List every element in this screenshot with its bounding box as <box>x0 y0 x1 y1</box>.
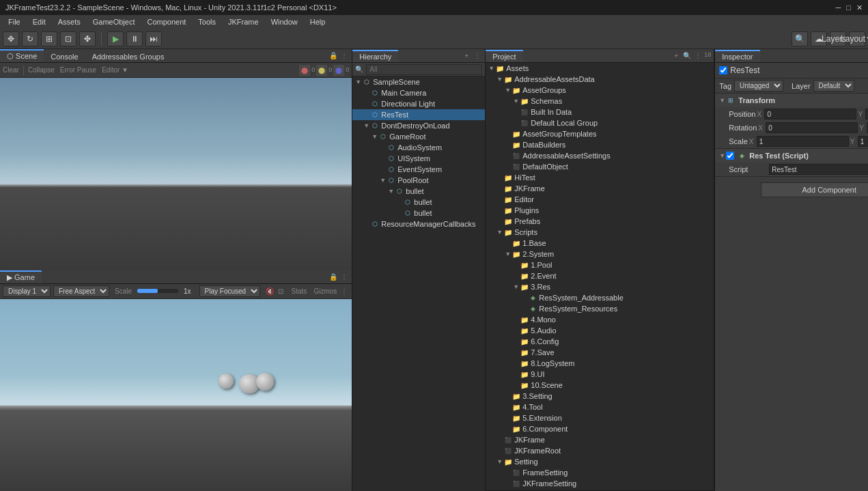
hierarchy-item-bullet3[interactable]: ⬡bullet <box>352 208 485 219</box>
project-item-setting3[interactable]: 📁3.Setting <box>486 391 714 402</box>
play-focused-select[interactable]: Play Focused <box>199 285 260 297</box>
tag-select[interactable]: Untagged <box>734 80 783 92</box>
hierarchy-item-eventSystem[interactable]: ⬡EventSystem <box>352 164 485 175</box>
pause-btn[interactable]: ⏸ <box>126 31 143 46</box>
layout-btn[interactable]: Layout ▼ <box>849 31 865 46</box>
restest-active-checkbox[interactable] <box>726 152 734 160</box>
project-item-defaultObject[interactable]: ⬛DefaultObject <box>486 161 714 172</box>
menu-tools[interactable]: Tools <box>193 16 221 27</box>
error-icon[interactable]: ⬤ <box>299 65 310 76</box>
project-item-editor[interactable]: 📁Editor <box>486 194 714 205</box>
object-active-checkbox[interactable] <box>719 66 727 74</box>
scale-y-input[interactable] <box>858 136 868 147</box>
scene-editor-label[interactable]: Editor ▼ <box>102 66 128 74</box>
project-item-assetGroups[interactable]: ▼📁AssetGroups <box>486 85 714 96</box>
scene-menu-btn[interactable]: ⋮ <box>339 51 349 61</box>
game-lock-btn[interactable]: 🔒 <box>328 272 338 281</box>
menu-help[interactable]: Help <box>305 16 331 27</box>
restest-header[interactable]: ▼ ◈ Res Test (Script) ? ⚙ ⋮ <box>715 149 868 163</box>
scene-view[interactable] <box>0 78 352 270</box>
move-tool-btn[interactable]: ✥ <box>3 31 19 46</box>
scene-lock-btn[interactable]: 🔒 <box>328 51 338 61</box>
project-item-tool4[interactable]: 📁4.Tool <box>486 402 714 412</box>
project-item-audio5[interactable]: 📁5.Audio <box>486 325 714 336</box>
project-item-builtInData[interactable]: ⬛Built In Data <box>486 107 714 117</box>
scale-tool-btn[interactable]: ⊞ <box>41 31 57 46</box>
close-btn[interactable]: ✕ <box>856 3 863 12</box>
hierarchy-item-gameRoot[interactable]: ▼⬡GameRoot <box>352 131 485 142</box>
project-item-jkframefolder[interactable]: ⬛JKFrame <box>486 434 714 445</box>
tab-hierarchy[interactable]: Hierarchy <box>352 50 398 62</box>
project-item-assets[interactable]: ▼📁Assets <box>486 63 714 74</box>
project-item-jkframeSetting[interactable]: ⬛JKFrameSetting <box>486 478 714 489</box>
project-menu-btn[interactable]: ⋮ <box>693 51 703 61</box>
tab-game[interactable]: ▶ Game <box>0 270 42 283</box>
menu-window[interactable]: Window <box>266 16 303 27</box>
project-item-scene10[interactable]: 📁10.Scene <box>486 380 714 391</box>
game-extra-btn[interactable]: ⋮ <box>339 286 349 296</box>
rot-x-input[interactable] <box>766 122 858 133</box>
hierarchy-item-poolRoot[interactable]: ▼⬡PoolRoot <box>352 175 485 186</box>
scale-x-input[interactable] <box>757 136 849 147</box>
tab-inspector[interactable]: Inspector <box>715 50 759 62</box>
mute-btn[interactable]: 🔇 <box>266 287 274 295</box>
rect-tool-btn[interactable]: ⊡ <box>60 31 76 46</box>
menu-assets[interactable]: Assets <box>53 16 86 27</box>
project-item-ui9[interactable]: 📁9.UI <box>486 369 714 380</box>
vr-btn[interactable]: ⊡ <box>277 287 285 295</box>
project-item-addressableAssetsData[interactable]: ▼📁AddressableAssetsData <box>486 74 714 85</box>
maximize-btn[interactable]: □ <box>846 3 851 12</box>
hierarchy-item-dontDestroyOnLoad[interactable]: ▼⬡DontDestroyOnLoad <box>352 120 485 131</box>
project-item-resSystemResources[interactable]: ◈ResSystem_Resources <box>486 303 714 314</box>
menu-component[interactable]: Component <box>141 16 191 27</box>
project-item-extension5[interactable]: 📁5.Extension <box>486 412 714 423</box>
project-search-btn[interactable]: 🔍 <box>682 51 692 61</box>
pos-y-input[interactable] <box>865 109 868 120</box>
info-icon[interactable]: ⬤ <box>333 65 344 76</box>
gizmos-btn[interactable]: Gizmos <box>313 287 337 295</box>
aspect-select[interactable]: Free Aspect <box>53 285 109 297</box>
tab-addressables[interactable]: Addressables Groups <box>85 50 171 62</box>
project-item-config6[interactable]: 📁6.Config <box>486 336 714 347</box>
hierarchy-item-directionalLight[interactable]: ⬡Directional Light <box>352 98 485 109</box>
step-btn[interactable]: ⏭ <box>145 31 162 46</box>
project-item-event[interactable]: 📁2.Event <box>486 270 714 281</box>
project-item-mono4[interactable]: 📁4.Mono <box>486 314 714 325</box>
project-item-component6[interactable]: 📁6.Component <box>486 423 714 434</box>
hierarchy-item-resourceManagerCallbacks[interactable]: ⬡ResourceManagerCallbacks <box>352 219 485 229</box>
project-item-jkframeRoot[interactable]: ⬛JKFrameRoot <box>486 445 714 456</box>
menu-gameobject[interactable]: GameObject <box>87 16 141 27</box>
hierarchy-item-audioSystem[interactable]: ⬡AudioSystem <box>352 142 485 153</box>
display-select[interactable]: Display 1 <box>3 285 51 297</box>
hierarchy-item-uiSystem[interactable]: ⬡UISystem <box>352 153 485 164</box>
project-item-res[interactable]: ▼📁3.Res <box>486 281 714 292</box>
menu-file[interactable]: File <box>3 16 26 27</box>
project-add-btn[interactable]: + <box>671 51 681 61</box>
project-item-scenes[interactable]: ▼📁Scenes <box>486 489 714 490</box>
project-item-plugins[interactable]: 📁Plugins <box>486 205 714 216</box>
project-item-resSystemAddressable[interactable]: ◈ResSystem_Addressable <box>486 292 714 303</box>
project-item-prefabs[interactable]: 📁Prefabs <box>486 216 714 227</box>
project-item-frameSetting[interactable]: ⬛FrameSetting <box>486 467 714 478</box>
tab-scene[interactable]: ⬡ Scene <box>0 49 44 62</box>
project-item-system2[interactable]: ▼📁2.System <box>486 249 714 259</box>
project-item-addressableAssetSettings[interactable]: ⬛AddressableAssetSettings <box>486 150 714 161</box>
hierarchy-search-input[interactable] <box>366 64 482 75</box>
tab-console[interactable]: Console <box>44 50 85 62</box>
script-value[interactable] <box>769 164 868 175</box>
add-component-button[interactable]: Add Component <box>761 182 868 197</box>
project-item-logSystem8[interactable]: 📁8.LogSystem <box>486 358 714 369</box>
project-item-base[interactable]: 📁1.Base <box>486 238 714 249</box>
rotate-tool-btn[interactable]: ↻ <box>22 31 38 46</box>
search-btn[interactable]: 🔍 <box>792 31 808 46</box>
hierarchy-item-bullet[interactable]: ▼⬡bullet <box>352 186 485 197</box>
menu-jkframe[interactable]: JKFrame <box>223 16 264 27</box>
scale-slider[interactable] <box>137 289 178 293</box>
project-item-assetGroupTemplates[interactable]: 📁AssetGroupTemplates <box>486 128 714 139</box>
hierarchy-item-sampleScene[interactable]: ▼⬡SampleScene <box>352 76 485 87</box>
tab-project[interactable]: Project <box>486 50 522 62</box>
menu-edit[interactable]: Edit <box>27 16 51 27</box>
hierarchy-add-btn[interactable]: + <box>462 51 471 61</box>
project-item-dataBuilders[interactable]: 📁DataBuilders <box>486 139 714 150</box>
project-item-defaultLocalGroup[interactable]: ⬛Default Local Group <box>486 117 714 128</box>
